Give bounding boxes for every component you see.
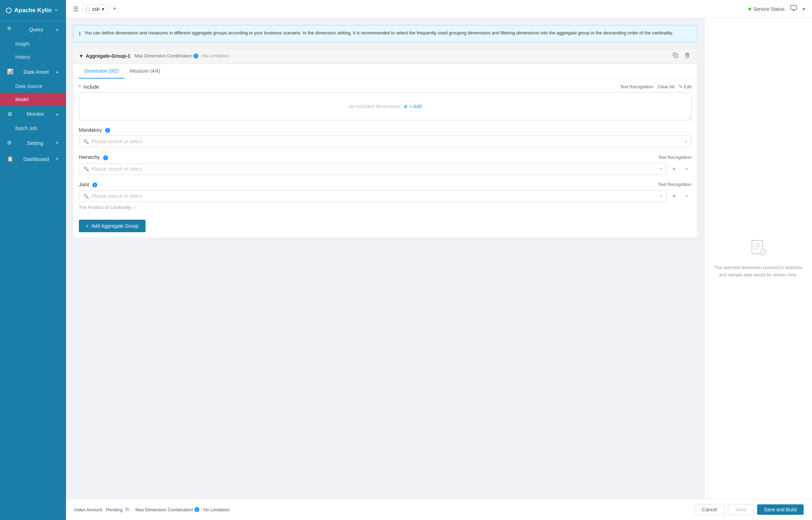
aggregate-group-chevron[interactable]: ▼ <box>79 53 84 59</box>
mandatory-info-icon[interactable]: i <box>105 128 110 133</box>
sidebar-section-dashboard-header[interactable]: 📋 Dashboard ▼ <box>0 151 66 167</box>
project-dropdown[interactable]: ⬡ ssb ▾ <box>82 5 108 14</box>
clear-all-button[interactable]: Clear All <box>657 84 674 89</box>
sidebar-section-monitor-header[interactable]: 🖥 Monitor ▲ <box>0 106 66 122</box>
info-banner-text: You can define dimensions and measures i… <box>84 30 673 36</box>
hierarchy-label: Hierarchy i <box>79 154 108 160</box>
joint-text-recognition-button[interactable]: Text Recognition <box>658 182 691 187</box>
joint-add-button[interactable]: + <box>669 191 679 201</box>
hierarchy-add-button[interactable]: + <box>669 164 679 174</box>
query-chevron: ▲ <box>55 27 59 31</box>
data-asset-icon: 📊 <box>7 68 14 75</box>
tab-dimension[interactable]: Dimension (0/2) <box>79 64 124 79</box>
dashboard-icon: 📋 <box>7 156 14 162</box>
sidebar-section-setting: ⚙ Setting ▼ <box>0 135 66 151</box>
sidebar-item-model[interactable]: Model <box>0 93 66 106</box>
right-panel: The selected dimension (column)'s statis… <box>704 18 812 499</box>
joint-info-icon[interactable]: i <box>92 182 97 187</box>
aggregate-group-name-text: Aggregate-Group-1 <box>86 53 130 59</box>
save-and-build-button[interactable]: Save and Build <box>757 504 804 515</box>
cardinality-text: The Product of Cardinality: -- <box>79 205 691 210</box>
tab-measure[interactable]: Measure (4/4) <box>124 64 166 79</box>
sidebar-section-setting-header[interactable]: ⚙ Setting ▼ <box>0 135 66 151</box>
status-dot <box>748 8 751 10</box>
copy-group-button[interactable] <box>671 52 680 60</box>
mandatory-section-header: Mandatory i <box>79 127 691 133</box>
mandatory-chevron: ▾ <box>685 139 687 144</box>
save-button[interactable]: Save <box>728 504 754 515</box>
settings-icon[interactable] <box>790 5 797 13</box>
db-icon: ⬡ <box>86 6 90 12</box>
hierarchy-info-icon[interactable]: i <box>103 155 108 160</box>
sidebar-item-data-source[interactable]: Data Source <box>0 80 66 93</box>
add-aggregate-group-button[interactable]: + Add Aggregate Group <box>79 220 146 232</box>
include-add-link[interactable]: ⊕ + Add <box>404 104 422 109</box>
hierarchy-search-icon: 🔍 <box>83 166 89 171</box>
text-recognition-button[interactable]: Text Recognition <box>620 84 653 89</box>
max-dimension-info: Max Dimension Combination i : No Limitat… <box>134 53 229 58</box>
add-group-icon: + <box>86 223 89 229</box>
hierarchy-remove-button[interactable]: − <box>682 164 691 174</box>
hierarchy-placeholder: Please search or select <box>92 166 657 172</box>
sidebar-section-query: 🔍 Query ▲ Insight History <box>0 21 66 64</box>
mandatory-label: Mandatory i <box>79 127 110 133</box>
monitor-icon: 🖥 <box>7 111 12 117</box>
resize-handle[interactable]: ⊿ <box>687 114 690 119</box>
menu-icon[interactable]: ☰ <box>73 5 78 13</box>
aggregate-group-header: ▼ Aggregate-Group-1 Max Dimension Combin… <box>73 48 697 64</box>
bottom-max-dim-info-icon[interactable]: i <box>194 507 199 512</box>
app-name: Apache Kylin <box>14 7 52 14</box>
joint-section-header: Joint i Text Recognition <box>79 182 691 188</box>
sidebar-item-insight[interactable]: Insight <box>0 37 66 50</box>
sidebar-item-batch-job[interactable]: Batch Job <box>0 122 66 135</box>
include-label: * Include <box>79 84 99 90</box>
joint-remove-button[interactable]: − <box>682 191 691 201</box>
hierarchy-input-row: 🔍 Please search or select ▾ + − <box>79 163 691 175</box>
sidebar: ⬡ Apache Kylin™ 🔍 Query ▲ Insight Histor… <box>0 0 66 520</box>
app-trademark: ™ <box>55 9 58 13</box>
aggregate-group-actions <box>671 52 691 60</box>
content-area: ℹ You can define dimensions and measures… <box>66 18 812 499</box>
include-section: * Include Text Recognition Clear All ✎ E… <box>79 84 691 120</box>
hierarchy-select[interactable]: 🔍 Please search or select ▾ <box>79 163 666 175</box>
bottom-max-dim-value: No Limitation <box>204 507 230 512</box>
joint-select[interactable]: 🔍 Please search or select ▾ <box>79 190 666 202</box>
topbar-chevron[interactable]: ▾ <box>803 6 805 12</box>
monitor-chevron: ▲ <box>55 112 59 116</box>
delete-group-button[interactable] <box>683 52 691 60</box>
aggregate-group-name: ▼ Aggregate-Group-1 <box>79 53 130 59</box>
max-dim-label: Max Dimension Combination <box>134 53 192 58</box>
include-actions: Text Recognition Clear All ✎ Edit <box>620 84 691 89</box>
sidebar-section-query-header[interactable]: 🔍 Query ▲ <box>0 21 66 37</box>
bottom-bar-right: Cancel Save Save and Build <box>695 504 804 515</box>
sidebar-section-query-label: Query <box>29 26 43 32</box>
mandatory-select[interactable]: 🔍 Please search or select ▾ <box>79 136 691 147</box>
hierarchy-text-recognition-button[interactable]: Text Recognition <box>658 155 691 160</box>
refresh-button[interactable]: ↻ <box>125 506 130 513</box>
max-dim-info-icon[interactable]: i <box>193 54 198 58</box>
include-box[interactable]: No included dimensions. ⊕ + Add ⊿ <box>79 92 691 120</box>
setting-chevron: ▼ <box>55 141 59 145</box>
cancel-button[interactable]: Cancel <box>695 504 724 515</box>
joint-input-row: 🔍 Please search or select ▾ + − <box>79 190 691 202</box>
sidebar-section-data-asset-header[interactable]: 📊 Data Asset ▲ <box>0 64 66 80</box>
mandatory-placeholder: Please search or select <box>92 139 682 144</box>
edit-button[interactable]: ✎ Edit <box>679 84 691 89</box>
data-asset-chevron: ▲ <box>55 70 59 74</box>
add-project-button[interactable]: + <box>111 4 118 14</box>
mandatory-section: Mandatory i 🔍 Please search or select ▾ <box>79 127 691 148</box>
edit-icon: ✎ <box>679 84 682 89</box>
bottom-bar-left: Index Amount: Pending ↻ Max Dimension Co… <box>74 506 689 513</box>
dashboard-chevron: ▼ <box>55 157 59 161</box>
sidebar-section-setting-label: Setting <box>27 140 43 146</box>
topbar: ☰ ⬡ ssb ▾ + Service Status ▾ <box>66 0 812 18</box>
add-label: + Add <box>409 104 422 109</box>
index-amount: Index Amount: Pending ↻ <box>74 506 130 513</box>
joint-label: Joint i <box>79 182 97 188</box>
query-icon: 🔍 <box>7 26 14 32</box>
sidebar-item-history[interactable]: History <box>0 50 66 64</box>
add-group-label: Add Aggregate Group <box>91 223 138 229</box>
topbar-left: ☰ ⬡ ssb ▾ + <box>73 4 744 14</box>
max-dim-value: No Limitation <box>202 53 229 58</box>
hierarchy-actions: Text Recognition <box>658 155 691 160</box>
